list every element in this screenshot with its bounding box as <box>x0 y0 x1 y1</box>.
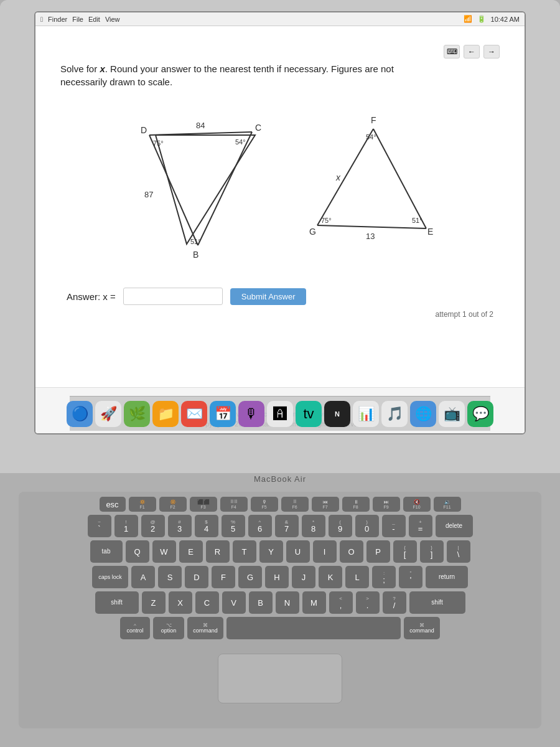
key-minus[interactable]: _- <box>382 515 406 537</box>
key-z[interactable]: Z <box>142 591 166 614</box>
dock-launchpad[interactable]: 🚀 <box>95 401 121 427</box>
key-f7[interactable]: ⏮F7 <box>312 497 339 512</box>
dock-teams[interactable]: 💬 <box>467 401 493 427</box>
dock-photos[interactable]: 🌿 <box>124 401 150 427</box>
key-w[interactable]: W <box>152 540 176 563</box>
key-k[interactable]: K <box>319 566 342 588</box>
key-d[interactable]: D <box>185 566 208 588</box>
key-h[interactable]: H <box>265 566 289 588</box>
key-6[interactable]: ^6 <box>248 515 272 537</box>
key-tab[interactable]: tab <box>90 540 123 563</box>
back-icon[interactable]: ← <box>464 45 480 59</box>
key-o[interactable]: O <box>340 540 363 563</box>
key-5[interactable]: %5 <box>222 515 245 537</box>
dock-mail[interactable]: ✉️ <box>181 401 207 427</box>
key-f6[interactable]: ⠿F6 <box>281 497 309 512</box>
title-text: Solve for x. Round your answer to the ne… <box>60 63 394 74</box>
answer-input[interactable] <box>123 288 223 305</box>
key-4[interactable]: $4 <box>195 515 218 537</box>
key-f5[interactable]: 🎙F5 <box>251 497 278 512</box>
key-command-left[interactable]: ⌘ command <box>187 617 223 639</box>
key-3[interactable]: #3 <box>168 515 192 537</box>
key-p[interactable]: P <box>366 540 390 563</box>
key-f1[interactable]: 🔅F1 <box>129 497 156 512</box>
file-menu[interactable]: File <box>72 16 83 23</box>
key-i[interactable]: I <box>313 540 337 563</box>
key-shift-right[interactable]: shift <box>409 591 465 614</box>
key-b[interactable]: B <box>249 591 273 614</box>
dock-calendar[interactable]: 📅 <box>210 401 236 427</box>
key-8[interactable]: *8 <box>302 515 325 537</box>
key-y[interactable]: Y <box>259 540 283 563</box>
key-delete[interactable]: delete <box>436 515 473 537</box>
dock-chrome[interactable]: 🌐 <box>410 401 436 427</box>
forward-icon[interactable]: → <box>483 45 500 59</box>
dock-cast[interactable]: 📺 <box>439 401 465 427</box>
key-period[interactable]: >. <box>356 591 380 614</box>
key-lbracket[interactable]: {[ <box>393 540 417 563</box>
key-n[interactable]: N <box>276 591 299 614</box>
key-f9[interactable]: ⏭F9 <box>373 497 400 512</box>
key-return[interactable]: return <box>426 566 468 588</box>
key-1[interactable]: !1 <box>114 515 138 537</box>
key-f4[interactable]: ⠿⠿F4 <box>220 497 248 512</box>
key-f3[interactable]: ⬛⬛F3 <box>190 497 217 512</box>
key-j[interactable]: J <box>292 566 315 588</box>
touchpad[interactable] <box>218 654 342 703</box>
dock-finder[interactable]: 🔵 <box>67 401 93 427</box>
key-a[interactable]: A <box>131 566 155 588</box>
key-backtick[interactable]: ~` <box>88 515 111 537</box>
key-comma[interactable]: <, <box>329 591 353 614</box>
key-9[interactable]: (9 <box>329 515 352 537</box>
key-semicolon[interactable]: :; <box>372 566 396 588</box>
key-q[interactable]: Q <box>126 540 149 563</box>
dock-stats[interactable]: 📊 <box>353 401 379 427</box>
key-v[interactable]: V <box>222 591 246 614</box>
key-e[interactable]: E <box>179 540 203 563</box>
key-control[interactable]: ^ control <box>120 617 150 639</box>
key-f8[interactable]: ⏸F8 <box>342 497 370 512</box>
dock-podcast[interactable]: 🎙 <box>238 401 264 427</box>
key-backslash[interactable]: |\ <box>447 540 470 563</box>
key-l[interactable]: L <box>345 566 369 588</box>
view-menu[interactable]: View <box>105 16 120 23</box>
key-f2[interactable]: 🔆F2 <box>159 497 187 512</box>
key-esc[interactable]: esc <box>100 497 126 512</box>
key-r[interactable]: R <box>206 540 230 563</box>
key-option[interactable]: ⌥ option <box>153 617 184 639</box>
key-g[interactable]: G <box>238 566 262 588</box>
key-quote[interactable]: "' <box>399 566 422 588</box>
edit-menu[interactable]: Edit <box>88 16 100 23</box>
apple-menu[interactable]:  <box>40 16 43 23</box>
key-rbracket[interactable]: }] <box>420 540 444 563</box>
macbook-label: MacBook Air <box>0 474 560 484</box>
key-shift-left[interactable]: shift <box>95 591 139 614</box>
key-7[interactable]: &7 <box>275 515 299 537</box>
dock-music[interactable]: 🎵 <box>381 401 408 427</box>
key-f10[interactable]: 🔇F10 <box>403 497 431 512</box>
key-f[interactable]: F <box>212 566 235 588</box>
key-equals[interactable]: += <box>409 515 432 537</box>
key-f11[interactable]: 🔉F11 <box>434 497 461 512</box>
dock-appstore[interactable]: 🅰 <box>267 401 293 427</box>
key-slash[interactable]: ?/ <box>383 591 406 614</box>
dock-appletv[interactable]: tv <box>296 401 322 427</box>
angle-D: 75° <box>153 139 164 147</box>
finder-menu[interactable]: Finder <box>48 16 67 23</box>
submit-button[interactable]: Submit Answer <box>230 288 307 305</box>
key-space[interactable] <box>226 617 401 639</box>
key-u[interactable]: U <box>286 540 310 563</box>
key-c[interactable]: C <box>195 591 219 614</box>
dock-files[interactable]: 📁 <box>152 401 179 427</box>
key-2[interactable]: @2 <box>141 515 165 537</box>
key-s[interactable]: S <box>158 566 182 588</box>
key-0[interactable]: )0 <box>355 515 379 537</box>
key-command-right[interactable]: ⌘ command <box>404 617 440 639</box>
number-key-row: ~` !1 @2 #3 $4 %5 ^6 &7 *8 (9 )0 _- += d… <box>24 515 536 537</box>
key-capslock[interactable]: caps lock <box>92 566 128 588</box>
dock-netflix[interactable]: N <box>324 401 350 427</box>
key-t[interactable]: T <box>233 540 256 563</box>
keyboard-icon[interactable]: ⌨ <box>444 45 460 59</box>
key-x[interactable]: X <box>169 591 192 614</box>
key-m[interactable]: M <box>302 591 326 614</box>
